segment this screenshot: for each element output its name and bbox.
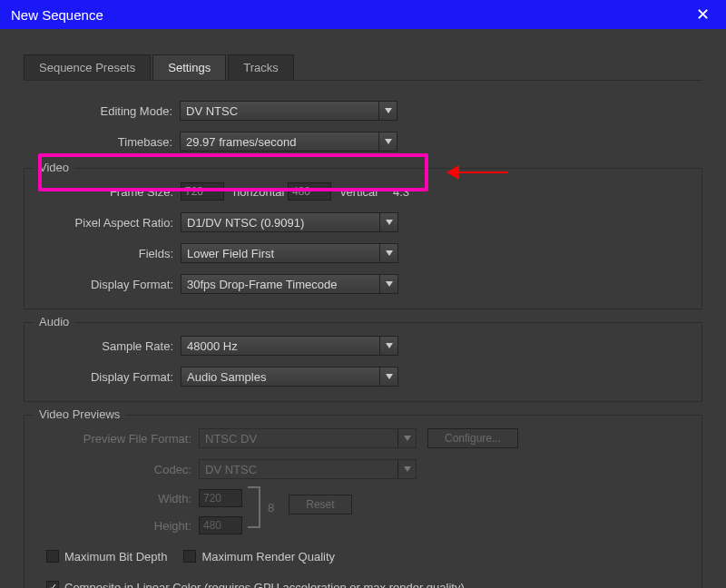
frame-size-label: Frame Size: bbox=[25, 185, 181, 199]
preview-width-label: Width: bbox=[25, 492, 199, 505]
select-value: NTSC DV bbox=[205, 432, 257, 446]
window-title: New Sequence bbox=[11, 7, 103, 23]
audio-section: Audio Sample Rate: 48000 Hz Display Form… bbox=[24, 322, 702, 402]
timebase-select[interactable]: 29.97 frames/second bbox=[180, 132, 397, 152]
codec-select: DV NTSC bbox=[199, 459, 417, 479]
tabs: Sequence Presets Settings Tracks bbox=[24, 54, 702, 81]
preview-format-label: Preview File Format: bbox=[25, 432, 199, 446]
tab-settings[interactable]: Settings bbox=[152, 54, 226, 80]
select-value: 48000 Hz bbox=[187, 339, 238, 353]
video-section-title: Video bbox=[34, 161, 74, 174]
close-icon[interactable]: ✕ bbox=[691, 5, 715, 24]
audio-section-title: Audio bbox=[34, 315, 74, 328]
vertical-label: vertical bbox=[331, 185, 386, 199]
input-value: 480 bbox=[292, 185, 310, 198]
chevron-down-icon bbox=[379, 275, 397, 293]
checkbox-label: Composite in Linear Color (requires GPU … bbox=[64, 581, 465, 589]
select-value: Audio Samples bbox=[187, 370, 266, 384]
configure-button: Configure... bbox=[427, 428, 518, 448]
timebase-label: Timebase: bbox=[24, 135, 180, 149]
audio-display-format-select[interactable]: Audio Samples bbox=[181, 367, 398, 387]
chevron-down-icon bbox=[378, 102, 397, 120]
select-value: Lower Field First bbox=[187, 247, 274, 260]
button-label: Configure... bbox=[445, 432, 501, 445]
tab-label: Tracks bbox=[243, 61, 279, 74]
tab-tracks[interactable]: Tracks bbox=[228, 54, 294, 80]
chevron-down-icon bbox=[379, 368, 397, 386]
titlebar: New Sequence ✕ bbox=[0, 0, 726, 29]
codec-label: Codec: bbox=[25, 463, 199, 476]
frame-height-input[interactable]: 480 bbox=[288, 182, 331, 201]
par-select[interactable]: D1/DV NTSC (0.9091) bbox=[181, 212, 398, 232]
tab-sequence-presets[interactable]: Sequence Presets bbox=[24, 54, 151, 80]
input-value: 480 bbox=[203, 519, 221, 532]
checkbox-box: ✓ bbox=[46, 581, 59, 588]
chevron-down-icon bbox=[378, 132, 397, 151]
bracket-icon bbox=[248, 486, 260, 528]
select-value: 30fps Drop-Frame Timecode bbox=[187, 278, 337, 291]
chevron-down-icon bbox=[397, 429, 416, 447]
select-value: DV NTSC bbox=[186, 104, 238, 118]
video-previews-section-title: Video Previews bbox=[34, 407, 125, 421]
preview-width-input: 720 bbox=[199, 489, 242, 507]
chevron-down-icon bbox=[379, 213, 397, 231]
annotation-arrow bbox=[448, 165, 508, 180]
input-value: 720 bbox=[203, 492, 221, 505]
preview-height-label: Height: bbox=[25, 519, 199, 533]
max-bit-depth-checkbox[interactable]: Maximum Bit Depth bbox=[46, 550, 167, 564]
checkbox-box bbox=[46, 550, 59, 563]
select-value: DV NTSC bbox=[205, 463, 257, 476]
checkbox-label: Maximum Render Quality bbox=[201, 550, 335, 564]
sample-rate-select[interactable]: 48000 Hz bbox=[181, 336, 398, 356]
frame-width-input[interactable]: 720 bbox=[181, 182, 224, 201]
checkbox-box bbox=[183, 550, 196, 563]
reset-button: Reset bbox=[289, 495, 351, 514]
button-label: Reset bbox=[306, 498, 334, 511]
dialog-body: Sequence Presets Settings Tracks Editing… bbox=[0, 29, 726, 588]
par-label: Pixel Aspect Ratio: bbox=[25, 216, 181, 230]
select-value: 29.97 frames/second bbox=[186, 135, 296, 149]
audio-display-format-label: Display Format: bbox=[25, 370, 181, 384]
tab-label: Settings bbox=[168, 61, 211, 74]
preview-height-input: 480 bbox=[199, 516, 242, 534]
video-previews-section: Video Previews Preview File Format: NTSC… bbox=[24, 415, 702, 588]
video-display-format-select[interactable]: 30fps Drop-Frame Timecode bbox=[181, 274, 398, 294]
composite-linear-checkbox[interactable]: ✓ Composite in Linear Color (requires GP… bbox=[46, 581, 465, 589]
chevron-down-icon bbox=[379, 337, 397, 355]
aspect-ratio: 4:3 bbox=[386, 185, 409, 199]
horizontal-label: horizontal bbox=[224, 185, 288, 199]
video-section: Video Frame Size: 720 horizontal 480 ver… bbox=[24, 168, 702, 309]
preview-format-select: NTSC DV bbox=[199, 428, 417, 448]
sample-rate-label: Sample Rate: bbox=[25, 339, 181, 353]
fields-select[interactable]: Lower Field First bbox=[181, 243, 398, 263]
checkbox-label: Maximum Bit Depth bbox=[64, 550, 167, 564]
select-value: D1/DV NTSC (0.9091) bbox=[187, 216, 304, 230]
tab-label: Sequence Presets bbox=[39, 61, 135, 74]
editing-mode-label: Editing Mode: bbox=[24, 104, 180, 118]
chevron-down-icon bbox=[397, 460, 416, 478]
video-display-format-label: Display Format: bbox=[25, 278, 181, 291]
editing-mode-select[interactable]: DV NTSC bbox=[180, 101, 397, 121]
max-render-quality-checkbox[interactable]: Maximum Render Quality bbox=[183, 550, 335, 564]
input-value: 720 bbox=[185, 185, 203, 198]
chevron-down-icon bbox=[379, 244, 397, 262]
fields-label: Fields: bbox=[25, 247, 181, 260]
link-icon[interactable]: 8 bbox=[268, 501, 274, 514]
